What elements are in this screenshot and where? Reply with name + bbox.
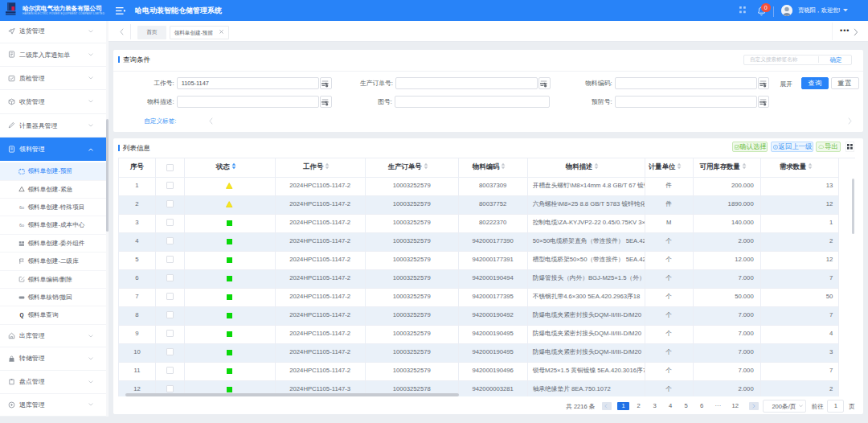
svg-text:Q: Q (19, 312, 23, 318)
svg-text:6ο: 6ο (18, 205, 23, 210)
svg-text:6ο: 6ο (18, 223, 23, 228)
